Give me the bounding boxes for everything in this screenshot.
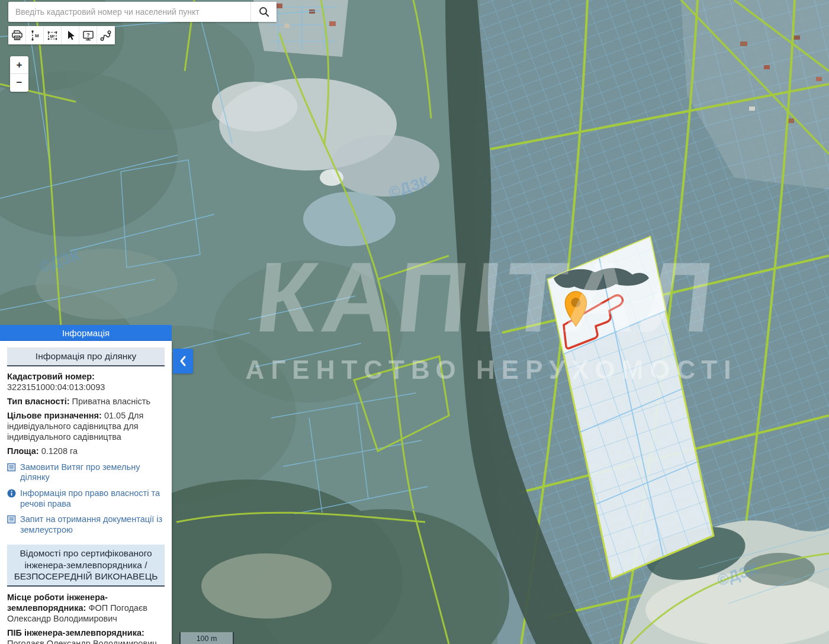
zoom-control: + − (10, 56, 28, 92)
cursor-icon (65, 30, 76, 41)
document-icon (7, 463, 16, 472)
scale-label: 100 m (197, 635, 217, 643)
info-icon (7, 489, 16, 498)
field-area: Площа: 0.1208 га (7, 446, 165, 457)
zoom-out-button[interactable]: − (10, 74, 28, 92)
search-button[interactable] (250, 2, 277, 22)
field-purpose: Цільове призначення: 01.05 Для індивідуа… (7, 411, 165, 443)
measure-distance-icon: M (29, 30, 41, 41)
svg-text:?: ? (86, 31, 90, 38)
document-icon (7, 515, 16, 524)
link-request-land-docs[interactable]: Запит на отримання документації із земле… (7, 514, 165, 535)
panel-title: Інформація (0, 325, 172, 341)
panel-collapse-button[interactable] (173, 349, 193, 373)
svg-text:M²: M² (50, 34, 55, 38)
info-panel: Інформація Інформація про ділянку Кадаст… (0, 325, 172, 644)
field-cadastral-number: Кадастровий номер: 3223151000:04:013:009… (7, 372, 165, 393)
map-toolbar: M M² ? (8, 26, 115, 44)
measure-distance-button[interactable]: M (26, 26, 44, 44)
svg-text:M: M (35, 33, 39, 38)
link-ownership-rights-info[interactable]: Інформація про право власності та речові… (7, 488, 165, 509)
help-button[interactable]: ? (79, 26, 97, 44)
field-engineer-name: ПІБ інженера-землевпорядника: Погодаєв О… (7, 628, 165, 644)
field-ownership-type: Тип власності: Приватна власність (7, 397, 165, 407)
chevron-left-icon (179, 355, 187, 368)
measure-area-button[interactable]: M² (44, 26, 62, 44)
select-cursor-button[interactable] (62, 26, 79, 44)
search-bar (8, 2, 277, 22)
search-icon (258, 6, 270, 18)
search-input[interactable] (8, 2, 250, 22)
field-engineer-workplace: Місце роботи інженера-землевпорядника: Ф… (7, 593, 165, 624)
section-title-parcel-info: Інформація про ділянку (7, 347, 165, 366)
route-icon (99, 30, 113, 41)
zoom-in-button[interactable]: + (10, 56, 28, 74)
section-title-engineer-info: Відомості про сертифікованого інженера-з… (7, 545, 165, 587)
help-icon: ? (82, 30, 95, 41)
panel-body: Інформація про ділянку Кадастровий номер… (0, 341, 172, 644)
scale-bar: 100 m (179, 632, 234, 644)
printer-icon (11, 30, 24, 41)
route-button[interactable] (97, 26, 115, 44)
measure-area-icon: M² (47, 30, 59, 41)
cadastral-map-app: ©ДЗК ©ДЗК ©ДЗК КАПІТАЛ АГЕНТСТВО НЕРУХОМ… (0, 0, 829, 644)
link-order-extract[interactable]: Замовити Витяг про земельну ділянку (7, 462, 165, 483)
print-button[interactable] (8, 26, 26, 44)
